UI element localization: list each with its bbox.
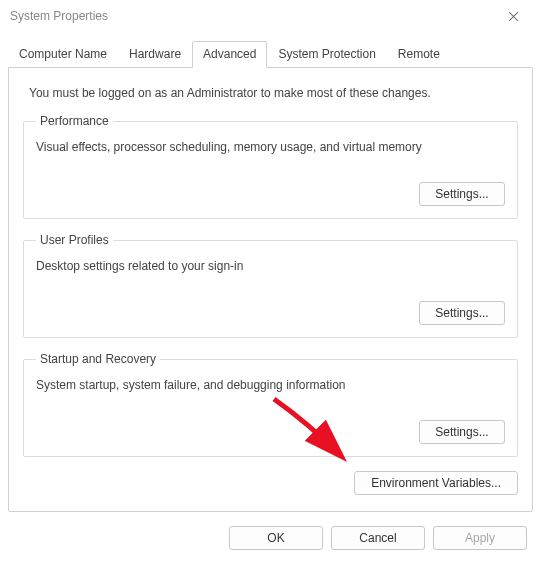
group-user-profiles-desc: Desktop settings related to your sign-in bbox=[36, 259, 505, 273]
tab-computer-name[interactable]: Computer Name bbox=[8, 41, 118, 68]
ok-button[interactable]: OK bbox=[229, 526, 323, 550]
tab-remote[interactable]: Remote bbox=[387, 41, 451, 68]
cancel-button[interactable]: Cancel bbox=[331, 526, 425, 550]
close-button[interactable] bbox=[493, 2, 533, 30]
intro-text: You must be logged on as an Administrato… bbox=[29, 86, 512, 100]
group-performance-desc: Visual effects, processor scheduling, me… bbox=[36, 140, 505, 154]
title-bar: System Properties bbox=[0, 0, 541, 32]
tab-panel-advanced: You must be logged on as an Administrato… bbox=[8, 67, 533, 512]
tab-system-protection[interactable]: System Protection bbox=[267, 41, 386, 68]
group-startup-recovery: Startup and Recovery System startup, sys… bbox=[23, 352, 518, 457]
apply-button[interactable]: Apply bbox=[433, 526, 527, 550]
group-startup-legend: Startup and Recovery bbox=[36, 352, 160, 366]
group-startup-desc: System startup, system failure, and debu… bbox=[36, 378, 505, 392]
close-icon bbox=[508, 11, 519, 22]
group-performance: Performance Visual effects, processor sc… bbox=[23, 114, 518, 219]
environment-variables-button[interactable]: Environment Variables... bbox=[354, 471, 518, 495]
startup-settings-button[interactable]: Settings... bbox=[419, 420, 505, 444]
performance-settings-button[interactable]: Settings... bbox=[419, 182, 505, 206]
window-title: System Properties bbox=[10, 9, 108, 23]
tab-hardware[interactable]: Hardware bbox=[118, 41, 192, 68]
tab-strip: Computer Name Hardware Advanced System P… bbox=[8, 40, 533, 67]
group-performance-legend: Performance bbox=[36, 114, 113, 128]
dialog-button-row: OK Cancel Apply bbox=[0, 520, 541, 562]
group-user-profiles: User Profiles Desktop settings related t… bbox=[23, 233, 518, 338]
group-user-profiles-legend: User Profiles bbox=[36, 233, 113, 247]
user-profiles-settings-button[interactable]: Settings... bbox=[419, 301, 505, 325]
tab-advanced[interactable]: Advanced bbox=[192, 41, 267, 68]
